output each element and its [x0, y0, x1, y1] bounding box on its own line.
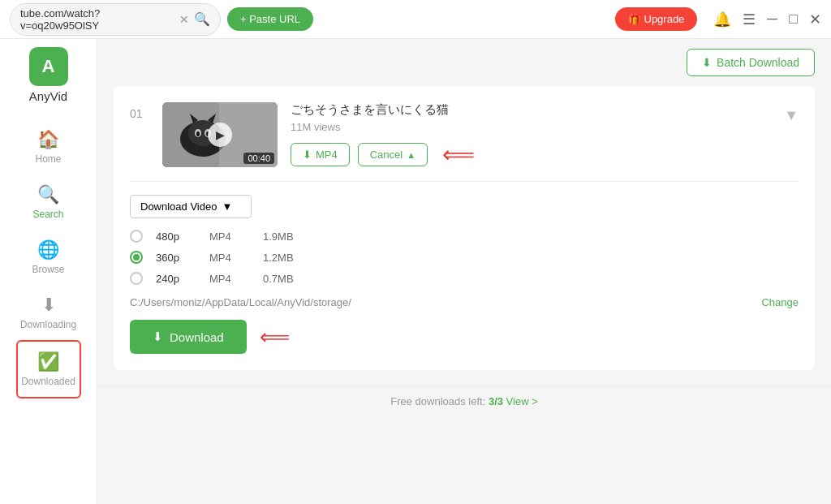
quality-480p-size: 1.9MB — [263, 230, 294, 243]
radio-480p[interactable] — [130, 230, 143, 243]
search-label: Search — [32, 209, 63, 220]
dropdown-chevron-icon: ▼ — [222, 200, 232, 213]
save-path-row: C:/Users/moniz/AppData/Local/AnyVid/stor… — [130, 296, 799, 308]
quality-list: 480p MP4 1.9MB 360p MP4 1.2MB — [130, 230, 799, 285]
sidebar-item-downloading[interactable]: ⬇ Downloading — [0, 285, 97, 340]
quality-480p-label: 480p — [156, 230, 196, 243]
home-label: Home — [35, 153, 61, 165]
mp4-button[interactable]: ⬇ MP4 — [291, 143, 350, 166]
cancel-button[interactable]: Cancel ▲ — [358, 143, 428, 166]
video-info: ごちそうさまを言いにくる猫 11M views ⬇ MP4 Cancel ▲ ⟸ — [291, 102, 771, 168]
radio-360p[interactable] — [130, 251, 143, 264]
downloaded-icon: ✅ — [37, 351, 59, 373]
main-content: ⬇ Batch Download 01 — [97, 39, 831, 504]
downloaded-label: Downloaded — [21, 376, 75, 387]
download-arrow-icon: ⬇ — [303, 149, 312, 161]
browse-label: Browse — [32, 264, 64, 275]
svg-point-8 — [196, 131, 200, 136]
top-bar: ⬇ Batch Download — [97, 39, 831, 86]
download-arrow-indicator: ⟸ — [260, 325, 290, 350]
app-body: A AnyVid 🏠 Home 🔍 Search 🌐 Browse ⬇ Down… — [0, 39, 831, 504]
download-button[interactable]: ⬇ Download — [130, 320, 247, 354]
downloading-icon: ⬇ — [41, 295, 56, 316]
radio-240p[interactable] — [130, 272, 143, 285]
browse-icon: 🌐 — [37, 239, 59, 261]
play-button[interactable]: ▶ — [208, 123, 232, 147]
sidebar-item-home[interactable]: 🏠 Home — [0, 119, 97, 174]
batch-download-button[interactable]: ⬇ Batch Download — [687, 49, 815, 76]
batch-download-icon: ⬇ — [702, 56, 712, 69]
menu-icon[interactable]: ☰ — [743, 11, 756, 28]
quality-item-240p: 240p MP4 0.7MB — [130, 272, 799, 285]
quality-480p-format: MP4 — [209, 230, 250, 243]
radio-inner-360p — [133, 254, 140, 261]
batch-download-label: Batch Download — [717, 56, 799, 69]
quality-360p-format: MP4 — [209, 252, 250, 264]
download-type-label: Download Video — [140, 200, 217, 213]
url-bar: tube.com/watch?v=oq20w95OlSY ✕ 🔍 — [10, 3, 221, 36]
video-title: ごちそうさまを言いにくる猫 — [291, 102, 771, 118]
download-btn-label: Download — [170, 330, 224, 344]
search-icon: 🔍 — [37, 184, 59, 205]
quality-item-360p: 360p MP4 1.2MB — [130, 251, 799, 264]
cancel-label: Cancel — [370, 149, 403, 161]
video-actions: ⬇ MP4 Cancel ▲ ⟸ — [291, 141, 771, 168]
minimize-icon[interactable]: ─ — [767, 11, 777, 28]
logo-name: AnyVid — [29, 89, 67, 103]
download-type-dropdown[interactable]: Download Video ▼ — [130, 195, 252, 218]
download-btn-icon: ⬇ — [153, 330, 163, 344]
sidebar-item-search[interactable]: 🔍 Search — [0, 174, 97, 230]
save-path-text: C:/Users/moniz/AppData/Local/AnyVid/stor… — [130, 296, 753, 308]
home-icon: 🏠 — [37, 129, 59, 150]
logo-box: A — [29, 47, 68, 86]
video-views: 11M views — [291, 121, 771, 133]
download-type-row: Download Video ▼ — [130, 195, 799, 218]
arrow-right-indicator: ⟸ — [442, 141, 475, 168]
quality-240p-format: MP4 — [209, 273, 250, 285]
content-card: 01 — [114, 86, 815, 370]
quality-240p-label: 240p — [156, 273, 196, 285]
options-section: Download Video ▼ 480p MP4 1.9MB — [130, 195, 799, 354]
change-path-link[interactable]: Change — [761, 296, 799, 308]
sidebar-item-browse[interactable]: 🌐 Browse — [0, 230, 97, 285]
quality-360p-label: 360p — [156, 252, 196, 264]
close-icon[interactable]: ✕ — [809, 11, 821, 28]
view-link[interactable]: View > — [506, 395, 538, 407]
duration-badge: 00:40 — [243, 153, 274, 164]
maximize-icon[interactable]: □ — [789, 11, 798, 28]
toolbar-icons: 🔔 ☰ ─ □ ✕ — [713, 11, 821, 28]
video-row: 01 — [130, 102, 799, 182]
sidebar-item-downloaded[interactable]: ✅ Downloaded — [16, 340, 81, 398]
search-icon-btn[interactable]: 🔍 — [194, 11, 210, 27]
quality-240p-size: 0.7MB — [263, 273, 294, 285]
bottom-bar: Free downloads left: 3/3 View > — [97, 386, 831, 416]
logo-letter: A — [42, 56, 55, 77]
downloading-label: Downloading — [20, 319, 76, 330]
download-action-row: ⬇ Download ⟸ — [130, 320, 799, 354]
chevron-up-icon: ▲ — [407, 150, 416, 160]
chevron-down-icon[interactable]: ▼ — [784, 102, 799, 124]
quality-360p-size: 1.2MB — [263, 252, 294, 264]
sidebar: A AnyVid 🏠 Home 🔍 Search 🌐 Browse ⬇ Down… — [0, 39, 97, 504]
video-thumbnail: ▶ 00:40 — [162, 102, 278, 167]
titlebar: tube.com/watch?v=oq20w95OlSY ✕ 🔍 + Paste… — [0, 0, 831, 39]
logo-area: A AnyVid — [29, 47, 68, 103]
url-text: tube.com/watch?v=oq20w95OlSY — [20, 7, 174, 32]
mp4-label: MP4 — [316, 149, 338, 161]
url-clear-icon[interactable]: ✕ — [179, 13, 189, 26]
upgrade-button[interactable]: 🎁 Upgrade — [615, 7, 697, 31]
paste-url-button[interactable]: + Paste URL — [227, 7, 313, 31]
notification-icon[interactable]: 🔔 — [713, 11, 731, 28]
footer-text-before: Free downloads left: — [390, 395, 489, 407]
quality-item-480p: 480p MP4 1.9MB — [130, 230, 799, 243]
video-number: 01 — [130, 102, 149, 120]
free-downloads-count: 3/3 — [489, 395, 503, 407]
